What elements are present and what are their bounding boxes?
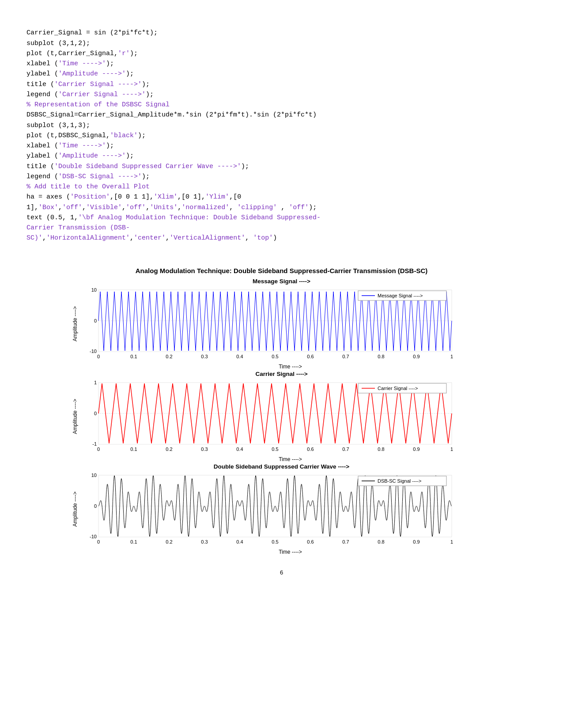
chart2-xlabel: Time ----> <box>90 456 491 462</box>
page: Carrier_Signal = sin (2*pi*fc*t); subplo… <box>26 18 537 576</box>
svg-text:0.8: 0.8 <box>378 447 384 452</box>
svg-text:0.6: 0.6 <box>307 447 314 452</box>
page-number: 6 <box>26 569 537 576</box>
chart3-title: Double Sideband Suppressed Carrier Wave … <box>72 463 491 470</box>
svg-text:0.4: 0.4 <box>236 539 243 544</box>
chart2-ylabel: Amplitude ----> <box>72 399 80 434</box>
chart1-xlabel: Time ----> <box>90 364 491 370</box>
svg-text:0.1: 0.1 <box>130 539 137 544</box>
chart3-container: Double Sideband Suppressed Carrier Wave … <box>72 463 491 555</box>
svg-text:0.7: 0.7 <box>342 354 349 359</box>
svg-text:0.1: 0.1 <box>130 354 137 359</box>
svg-text:Carrier Signal ---->: Carrier Signal ----> <box>378 386 418 391</box>
svg-text:0: 0 <box>97 354 99 359</box>
chart2-svg: 1 0 -1 0 0.1 0.2 0.3 0.4 0.5 0.6 0.7 0.8… <box>80 378 469 455</box>
svg-text:Message Signal ---->: Message Signal ----> <box>378 293 423 298</box>
svg-text:0.7: 0.7 <box>342 539 349 544</box>
chart3-xlabel: Time ----> <box>90 549 491 555</box>
svg-text:0.2: 0.2 <box>166 447 172 452</box>
svg-text:0.1: 0.1 <box>130 447 137 452</box>
svg-text:0.9: 0.9 <box>413 447 419 452</box>
svg-text:10: 10 <box>91 287 96 293</box>
chart1-ylabel: Amplitude ----> <box>72 306 80 341</box>
svg-text:1: 1 <box>450 354 453 359</box>
svg-text:0.6: 0.6 <box>307 539 314 544</box>
code-block: Carrier_Signal = sin (2*pi*fc*t); subplo… <box>26 18 537 254</box>
svg-text:0.3: 0.3 <box>201 447 208 452</box>
svg-text:0.9: 0.9 <box>413 354 419 359</box>
chart1-container: Message Signal ----> Amplitude ----> 10 … <box>72 278 491 370</box>
svg-text:DSB-SC Signal ---->: DSB-SC Signal ----> <box>378 478 421 484</box>
svg-text:0.7: 0.7 <box>342 447 349 452</box>
chart2-container: Carrier Signal ----> Amplitude ----> 1 0… <box>72 371 491 462</box>
svg-text:0: 0 <box>94 503 96 509</box>
svg-text:0.3: 0.3 <box>201 354 208 359</box>
svg-text:0: 0 <box>94 411 96 416</box>
svg-text:0.4: 0.4 <box>236 354 243 359</box>
svg-text:1: 1 <box>450 447 453 452</box>
svg-text:0: 0 <box>97 539 99 544</box>
svg-text:-1: -1 <box>92 441 97 447</box>
chart3-wrapper: Amplitude ----> 10 0 -10 0 0.1 0.2 0.3 <box>72 471 491 548</box>
svg-text:0.5: 0.5 <box>272 354 278 359</box>
svg-text:0.8: 0.8 <box>378 354 384 359</box>
svg-text:1: 1 <box>450 539 453 544</box>
svg-text:0: 0 <box>94 318 96 323</box>
main-chart-title: Analog Modulation Technique: Double Side… <box>136 267 427 274</box>
svg-text:10: 10 <box>91 473 96 478</box>
svg-text:0.5: 0.5 <box>272 539 278 544</box>
chart2-title: Carrier Signal ----> <box>72 371 491 377</box>
svg-text:0.9: 0.9 <box>413 539 419 544</box>
svg-text:0.5: 0.5 <box>272 447 278 452</box>
svg-text:0.2: 0.2 <box>166 539 172 544</box>
chart3-inner: 10 0 -10 0 0.1 0.2 0.3 0.4 0.5 0.6 0.7 0… <box>80 471 491 548</box>
svg-text:0.6: 0.6 <box>307 354 314 359</box>
chart2-inner: 1 0 -1 0 0.1 0.2 0.3 0.4 0.5 0.6 0.7 0.8… <box>80 378 491 455</box>
svg-text:0.4: 0.4 <box>236 447 243 452</box>
chart1-inner: 10 0 -10 0 0.1 0.2 0.3 0.4 0.5 0.6 0.7 0… <box>80 285 491 363</box>
svg-text:0.2: 0.2 <box>166 354 172 359</box>
chart1-wrapper: Amplitude ----> 10 0 -10 0 0.1 <box>72 285 491 363</box>
svg-text:1: 1 <box>94 380 96 385</box>
chart3-svg: 10 0 -10 0 0.1 0.2 0.3 0.4 0.5 0.6 0.7 0… <box>80 471 469 548</box>
svg-text:-10: -10 <box>90 349 97 354</box>
svg-text:-10: -10 <box>90 534 97 539</box>
chart1-title: Message Signal ----> <box>72 278 491 285</box>
svg-text:0: 0 <box>97 447 99 452</box>
svg-text:0.3: 0.3 <box>201 539 208 544</box>
charts-area: Analog Modulation Technique: Double Side… <box>26 267 537 556</box>
chart3-ylabel: Amplitude ----> <box>72 492 80 527</box>
chart1-svg: 10 0 -10 0 0.1 0.2 0.3 0.4 0.5 0.6 0.7 0… <box>80 285 469 363</box>
svg-text:0.8: 0.8 <box>378 539 384 544</box>
chart2-wrapper: Amplitude ----> 1 0 -1 0 0.1 0.2 0.3 <box>72 378 491 455</box>
